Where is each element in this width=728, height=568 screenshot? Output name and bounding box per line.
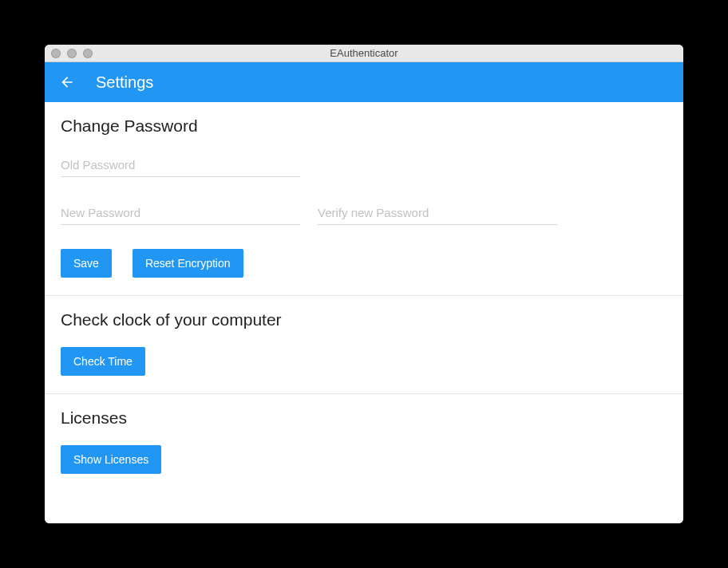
password-button-row: Save Reset Encryption: [61, 249, 667, 278]
content-area: Change Password Save Reset Encryption: [45, 102, 683, 523]
new-password-input[interactable]: [61, 201, 300, 225]
change-password-heading: Change Password: [61, 116, 667, 136]
verify-password-field-wrapper: [318, 201, 557, 225]
app-window: EAuthenticator Settings Change Password: [45, 45, 683, 523]
back-arrow-icon[interactable]: [57, 73, 77, 92]
show-licenses-button[interactable]: Show Licenses: [61, 445, 161, 474]
save-button[interactable]: Save: [61, 249, 112, 278]
old-password-row: [61, 153, 667, 177]
window-minimize-button[interactable]: [67, 49, 77, 58]
window-close-button[interactable]: [51, 49, 61, 58]
licenses-section: Licenses Show Licenses: [45, 394, 683, 491]
verify-password-input[interactable]: [318, 201, 557, 225]
old-password-field-wrapper: [61, 153, 300, 177]
window-titlebar: EAuthenticator: [45, 45, 683, 62]
window-controls: [45, 49, 93, 58]
new-password-row: [61, 201, 667, 225]
window-zoom-button[interactable]: [83, 49, 93, 58]
window-title: EAuthenticator: [45, 47, 683, 59]
reset-encryption-button[interactable]: Reset Encryption: [133, 249, 243, 278]
check-time-button[interactable]: Check Time: [61, 347, 145, 376]
clock-section: Check clock of your computer Check Time: [45, 296, 683, 394]
new-password-field-wrapper: [61, 201, 300, 225]
licenses-button-row: Show Licenses: [61, 445, 667, 474]
licenses-heading: Licenses: [61, 408, 667, 428]
app-header: Settings: [45, 62, 683, 102]
clock-heading: Check clock of your computer: [61, 310, 667, 329]
page-title: Settings: [96, 73, 153, 92]
change-password-section: Change Password Save Reset Encryption: [45, 102, 683, 296]
old-password-input[interactable]: [61, 153, 300, 177]
clock-button-row: Check Time: [61, 347, 667, 376]
